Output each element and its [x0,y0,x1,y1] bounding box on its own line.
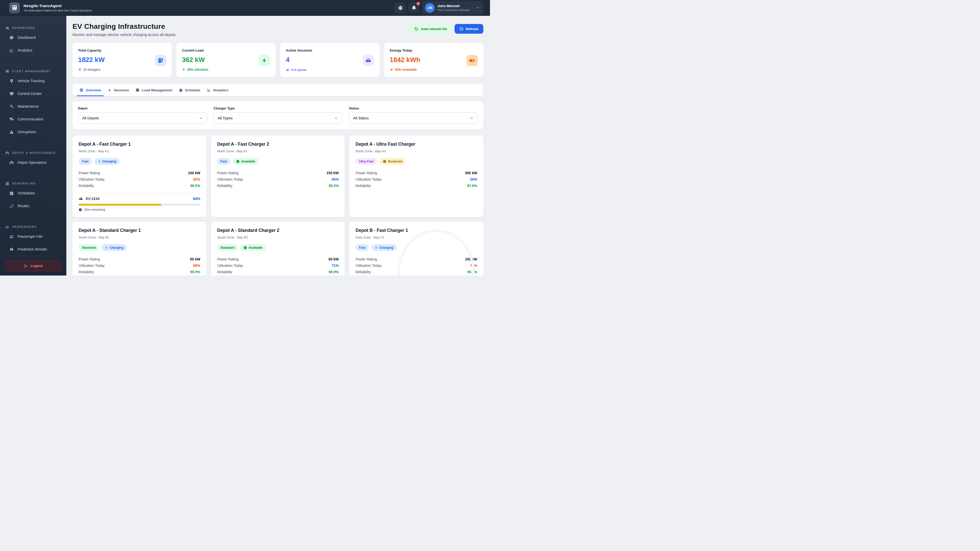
gauge-icon [135,88,140,92]
sidebar: DASHBOARD Dashboard Analytics FLEET MANA… [0,16,66,275]
calendar-icon [5,181,10,186]
depot-select[interactable]: All Depots [78,113,207,124]
top-bar: Nexgile-TransAgent The Multi-Agent Platf… [0,0,490,16]
bus-icon [5,69,10,73]
bar-chart-icon [207,88,211,92]
sidebar-item-control-center[interactable]: Control Center [0,87,66,100]
bolt-icon [108,88,111,92]
charger-card: Depot A - Standard Charger 1 South Zone … [73,222,207,275]
battery-percent: 68% [193,197,200,201]
chevron-down-icon [334,116,338,120]
app-subtitle: The Multi-Agent Platform for Next-Gen Tr… [24,9,93,12]
sidebar-item-disruptions[interactable]: Disruptions [0,125,66,138]
clock-icon [383,160,387,163]
bell-icon [411,5,417,11]
sidebar-item-vehicle-tracking[interactable]: Vehicle Tracking [0,75,66,87]
auto-refresh-toggle[interactable]: Auto-refresh On [410,24,452,34]
tab-overview[interactable]: Overview [76,84,104,96]
section-depot-maintenance: DEPOT & MAINTENANCE [0,149,66,156]
sidebar-item-analytics[interactable]: Analytics [0,44,66,57]
sidebar-item-dashboard[interactable]: Dashboard [0,31,66,44]
gear-icon [397,5,403,11]
notification-count-badge: 5 [415,1,421,6]
section-passengers: PASSENGERS [0,224,66,230]
warehouse-icon [9,160,14,165]
sidebar-item-routes[interactable]: Routes [0,200,66,212]
charger-card: Depot B - Fast Charger 1 East Zone - Bay… [349,222,484,275]
status-badge: Available [240,244,266,251]
sidebar-item-predictive-arrivals[interactable]: Predictive Arrivals [0,243,66,256]
charger-grid: Depot A - Fast Charger 1 North Zone - Ba… [73,135,484,275]
car-icon [79,197,83,201]
calendar-icon [179,88,183,92]
charger-type-badge: Fast [217,158,231,165]
time-remaining: 25m remaining [84,208,105,211]
arrow-up-icon [182,68,186,71]
sidebar-item-depot-operations[interactable]: Depot Operations [0,156,66,169]
chart-line-icon [9,48,14,53]
bolt-icon [261,57,267,64]
bolt-icon [98,160,101,163]
palette-icon [9,35,14,40]
plug-icon [78,68,82,71]
charger-type-badge: Fast [79,158,92,165]
tab-analytics[interactable]: Analytics [204,84,232,96]
leaf-icon [390,68,393,71]
user-name: John Mitchell [438,4,470,8]
charging-session: EV-8901 52% 3h 0m remaining [79,275,200,275]
warehouse-icon [5,151,10,155]
sync-icon [414,27,418,31]
sidebar-item-maintenance[interactable]: Maintenance [0,100,66,113]
vehicle-id: EV-1234 [86,197,100,201]
charger-type-badge: Standard [79,244,99,251]
tab-sessions[interactable]: Sessions [104,84,132,96]
app-title: Nexgile-TransAgent [24,3,93,8]
main-content: EV Charging Infrastructure Monitor and m… [66,16,490,275]
app-logo [9,3,20,13]
filter-depot-label: Depot [78,106,207,110]
filters-card: Depot All Depots Charger Type All Types … [73,101,484,129]
stat-card-current-load: Current Load 362 kW 20% utilization [177,43,275,77]
car-icon [365,57,372,64]
tabs-bar: Overview Sessions Load Management Schedu… [73,84,484,96]
tab-load-management[interactable]: Load Management [132,84,176,96]
chevron-down-icon [469,116,474,120]
stat-card-energy-today: Energy Today 1842 kWh 42% renewable [384,43,484,77]
charger-card: Depot A - Fast Charger 1 North Zone - Ba… [73,135,207,217]
status-badge: Charging [102,244,127,251]
logout-button[interactable]: Logout [5,260,61,272]
bolt-icon [375,246,378,249]
status-select[interactable]: All Status [349,113,478,124]
stat-card-total-capacity: Total Capacity 1822 kW 12 chargers [73,43,172,77]
tab-schedule[interactable]: Schedule [176,84,204,96]
notifications-button[interactable]: 5 [409,3,419,13]
queue-users-icon [286,68,290,72]
page-subtitle: Monitor and manage electric vehicle char… [73,33,176,37]
sidebar-item-communication[interactable]: Communication [0,113,66,125]
map-pin-icon [9,79,14,83]
wrench-icon [9,104,14,109]
charger-type-badge: Fast [355,244,369,251]
sidebar-item-passenger-info[interactable]: Passenger Info [0,230,66,243]
calendar-check-icon [9,191,14,196]
filter-charger-type-label: Charger Type [213,106,342,110]
user-role: Fleet Operations Manager [438,8,470,11]
charge-progress-bar [79,204,200,206]
bolt-icon [105,246,108,249]
section-dashboard: DASHBOARD [0,24,66,31]
charger-type-select[interactable]: All Types [213,113,342,124]
sidebar-item-schedules[interactable]: Schedules [0,187,66,200]
charging-session: EV-1256 45% 45m remaining [355,275,477,275]
section-scheduling: SCHEDULING [0,180,66,187]
status-badge: Charging [94,158,120,165]
user-menu[interactable]: JM John Mitchell Fleet Operations Manage… [422,1,484,15]
stat-card-active-sessions: Active Sessions 4 5 in queue [280,43,380,77]
charger-card: Depot A - Standard Charger 2 South Zone … [211,222,345,275]
avatar: JM [425,3,434,13]
refresh-button[interactable]: Refresh [455,24,484,34]
home-icon [5,26,10,30]
sidebar-nav: DASHBOARD Dashboard Analytics FLEET MANA… [0,16,66,256]
status-badge: Available [233,158,258,165]
settings-button[interactable] [395,3,406,13]
check-circle-icon [236,160,240,163]
